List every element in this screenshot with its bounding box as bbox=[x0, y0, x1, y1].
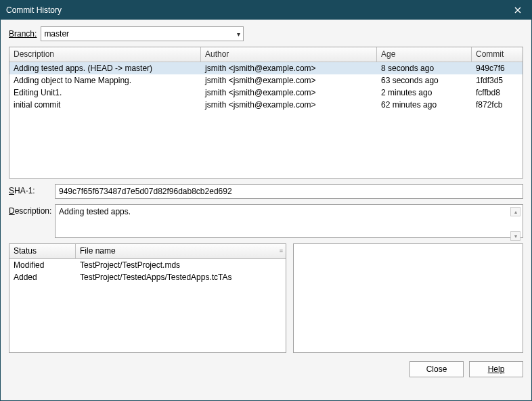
spinner-down-button[interactable]: ▾ bbox=[510, 231, 520, 241]
commit-cell-age: 2 minutes ago bbox=[377, 87, 472, 98]
commit-cell-commit: f872fcb bbox=[472, 99, 523, 110]
dialog-content: Branch: master ▾ Description Author Age … bbox=[1, 20, 531, 400]
changed-files-table: Status File name ≡ ModifiedTestProject/T… bbox=[9, 243, 286, 353]
description-text: Adding tested apps. bbox=[59, 207, 131, 216]
title-bar: Commit History bbox=[1, 1, 531, 20]
commit-row[interactable]: initial commitjsmith <jsmith@example.com… bbox=[9, 99, 523, 111]
dropdown-arrow-icon: ▾ bbox=[237, 30, 240, 38]
file-cell-status: Modified bbox=[9, 260, 76, 270]
column-header-filename[interactable]: File name ≡ bbox=[76, 244, 286, 258]
commit-history-table: Description Author Age Commit Adding tes… bbox=[9, 47, 523, 179]
diff-preview-pane bbox=[293, 243, 523, 353]
commit-row[interactable]: Adding object to Name Mapping.jsmith <js… bbox=[9, 74, 523, 87]
commit-cell-commit: 1fdf3d5 bbox=[472, 75, 523, 86]
file-row[interactable]: ModifiedTestProject/TestProject.mds bbox=[9, 259, 286, 271]
commit-cell-age: 62 minutes ago bbox=[377, 99, 472, 110]
commit-cell-author: jsmith <jsmith@example.com> bbox=[201, 75, 377, 86]
branch-row: Branch: master ▾ bbox=[9, 26, 523, 41]
description-row: Description: Adding tested apps. ▴ ▾ bbox=[9, 204, 523, 238]
commit-cell-author: jsmith <jsmith@example.com> bbox=[201, 87, 377, 98]
help-button[interactable]: Help bbox=[469, 361, 523, 377]
sha-label: SHA-1: bbox=[9, 184, 51, 195]
commit-table-header: Description Author Age Commit bbox=[9, 47, 523, 62]
commit-cell-age: 63 seconds ago bbox=[377, 75, 472, 86]
column-header-status[interactable]: Status bbox=[9, 244, 76, 258]
column-header-commit[interactable]: Commit bbox=[472, 47, 523, 62]
branch-value: master bbox=[44, 29, 69, 39]
commit-cell-commit: fcffbd8 bbox=[472, 87, 523, 98]
window-title: Commit History bbox=[6, 5, 62, 15]
window-close-button[interactable] bbox=[510, 2, 526, 18]
column-header-description[interactable]: Description bbox=[9, 47, 201, 62]
file-cell-filename: TestProject/TestProject.mds bbox=[76, 260, 286, 270]
commit-cell-description: Editing Unit1. bbox=[9, 87, 201, 98]
files-table-body: ModifiedTestProject/TestProject.mdsAdded… bbox=[9, 259, 286, 352]
files-header: Status File name ≡ bbox=[9, 244, 286, 259]
sha-field[interactable] bbox=[55, 184, 523, 199]
description-spinner: ▴ ▾ bbox=[510, 207, 521, 241]
description-label: Description: bbox=[9, 204, 51, 216]
commit-row[interactable]: Adding tested apps. (HEAD -> master)jsmi… bbox=[9, 62, 523, 74]
column-header-author[interactable]: Author bbox=[201, 47, 377, 62]
file-cell-status: Added bbox=[9, 272, 76, 283]
sort-indicator-icon: ≡ bbox=[280, 247, 283, 254]
sha-row: SHA-1: bbox=[9, 184, 523, 199]
column-header-age[interactable]: Age bbox=[377, 47, 472, 62]
commit-cell-author: jsmith <jsmith@example.com> bbox=[201, 99, 377, 110]
bottom-panes: Status File name ≡ ModifiedTestProject/T… bbox=[9, 243, 523, 353]
file-cell-filename: TestProject/TestedApps/TestedApps.tcTAs bbox=[76, 272, 286, 283]
dialog-button-row: Close Help bbox=[9, 358, 523, 377]
branch-select[interactable]: master ▾ bbox=[41, 26, 244, 41]
commit-cell-age: 8 seconds ago bbox=[377, 63, 472, 74]
commit-row[interactable]: Editing Unit1.jsmith <jsmith@example.com… bbox=[9, 87, 523, 99]
spinner-up-button[interactable]: ▴ bbox=[510, 207, 520, 216]
branch-label: Branch: bbox=[9, 29, 37, 39]
commit-cell-description: Adding tested apps. (HEAD -> master) bbox=[9, 63, 201, 74]
close-button[interactable]: Close bbox=[409, 361, 464, 377]
description-box[interactable]: Adding tested apps. ▴ ▾ bbox=[55, 204, 523, 238]
commit-cell-author: jsmith <jsmith@example.com> bbox=[201, 63, 377, 74]
commit-table-body: Adding tested apps. (HEAD -> master)jsmi… bbox=[9, 62, 523, 178]
file-row[interactable]: AddedTestProject/TestedApps/TestedApps.t… bbox=[9, 271, 286, 283]
commit-cell-description: initial commit bbox=[9, 99, 201, 110]
close-icon bbox=[514, 7, 521, 14]
commit-cell-commit: 949c7f6 bbox=[472, 63, 523, 74]
commit-cell-description: Adding object to Name Mapping. bbox=[9, 75, 201, 86]
